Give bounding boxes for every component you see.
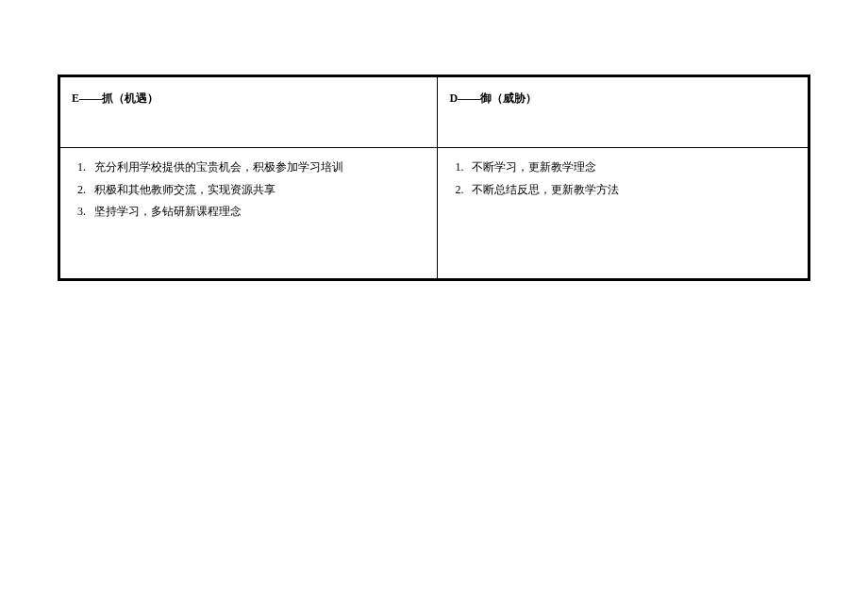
swot-table: E——抓（机遇） D——御（威胁） 充分利用学校提供的宝贵机会，积极参加学习培训… [59,76,809,279]
content-e-opportunity: 充分利用学校提供的宝贵机会，积极参加学习培训 积极和其他教师交流，实现资源共享 … [60,148,438,279]
header-right-text: D——御（威胁） [449,91,537,105]
table-header-row: E——抓（机遇） D——御（威胁） [60,77,809,148]
list-item: 不断学习，更新教学理念 [466,158,796,178]
list-item: 充分利用学校提供的宝贵机会，积极参加学习培训 [89,158,426,178]
header-left-text: E——抓（机遇） [72,91,159,105]
header-e-opportunity: E——抓（机遇） [60,77,438,148]
list-item: 不断总结反思，更新教学方法 [466,180,796,201]
header-d-threat: D——御（威胁） [438,77,809,148]
opportunity-list: 充分利用学校提供的宝贵机会，积极参加学习培训 积极和其他教师交流，实现资源共享 … [72,158,426,223]
list-item: 积极和其他教师交流，实现资源共享 [89,180,426,201]
threat-list: 不断学习，更新教学理念 不断总结反思，更新教学方法 [449,158,796,200]
list-item: 坚持学习，多钻研新课程理念 [89,202,426,223]
swot-table-container: E——抓（机遇） D——御（威胁） 充分利用学校提供的宝贵机会，积极参加学习培训… [58,75,810,281]
content-d-threat: 不断学习，更新教学理念 不断总结反思，更新教学方法 [438,148,809,279]
table-content-row: 充分利用学校提供的宝贵机会，积极参加学习培训 积极和其他教师交流，实现资源共享 … [60,148,809,279]
